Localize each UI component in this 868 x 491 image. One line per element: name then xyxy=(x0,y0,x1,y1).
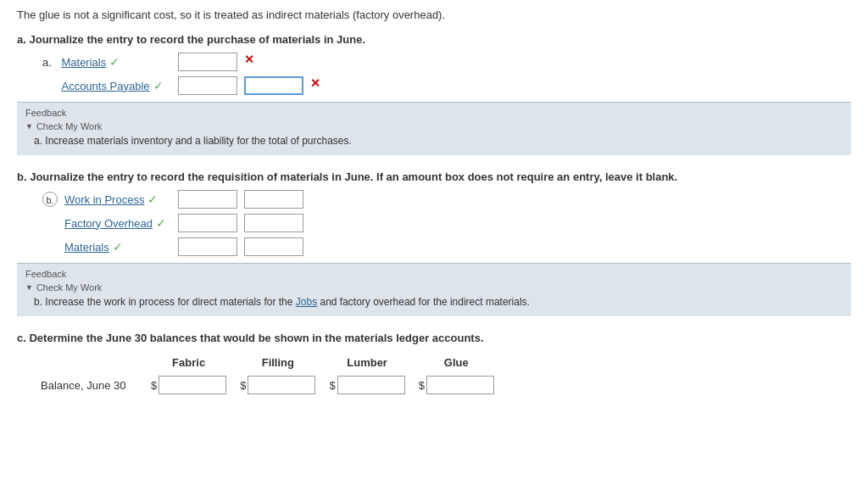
accounts-payable-link[interactable]: Accounts Payable xyxy=(61,80,149,92)
work-in-process-inputs xyxy=(178,190,307,209)
balance-filling-cell: $ xyxy=(233,372,322,398)
accounts-payable-x: ✕ xyxy=(310,76,320,95)
dollar-filling: $ xyxy=(240,379,246,392)
feedback-b-text: b. Increase the work in process for dire… xyxy=(34,296,843,308)
table-c: Fabric Filling Lumber Glue Balance, June… xyxy=(34,353,851,398)
b-marker: b. xyxy=(42,192,58,207)
factory-overhead-check: ✓ xyxy=(156,216,166,230)
dollar-lumber: $ xyxy=(329,379,335,392)
balance-row-label: Balance, June 30 xyxy=(34,372,144,398)
question-a-row-label: a. xyxy=(42,56,52,69)
balance-glue-cell: $ xyxy=(412,372,501,398)
work-in-process-link[interactable]: Work in Process xyxy=(64,193,144,206)
entry-label-factory-overhead: b. Factory Overhead ✓ xyxy=(42,215,178,231)
question-a-label: a. Journalize the entry to record the pu… xyxy=(17,33,851,46)
balance-lumber-input[interactable] xyxy=(337,376,405,394)
col-header-fabric: Fabric xyxy=(144,353,233,372)
feedback-b: Feedback Check My Work b. Increase the w… xyxy=(17,263,851,316)
check-my-work-b[interactable]: Check My Work xyxy=(25,282,843,293)
materials-a-inputs: ✕ xyxy=(178,53,254,71)
entry-label-materials-a: a. Materials ✓ xyxy=(42,55,178,69)
feedback-a-label: Feedback xyxy=(25,108,843,118)
work-in-process-input1[interactable] xyxy=(178,190,237,209)
materials-b-input2[interactable] xyxy=(244,237,303,256)
entry-label-materials-b: b. Materials ✓ xyxy=(42,239,178,254)
entry-row-work-in-process: b. Work in Process ✓ xyxy=(42,190,851,209)
materials-a-check: ✓ xyxy=(109,55,120,69)
balance-glue-input[interactable] xyxy=(426,376,494,394)
feedback-a: Feedback Check My Work a. Increase mater… xyxy=(17,102,851,155)
col-header-glue: Glue xyxy=(412,353,501,372)
balance-lumber-cell: $ xyxy=(322,372,411,398)
balance-row: Balance, June 30 $ $ xyxy=(34,372,501,398)
feedback-a-text: a. Increase materials inventory and a li… xyxy=(34,135,843,147)
materials-a-input1[interactable] xyxy=(178,53,237,71)
balance-fabric-input[interactable] xyxy=(159,376,226,394)
col-header-lumber: Lumber xyxy=(322,353,411,372)
dollar-fabric: $ xyxy=(151,379,157,392)
work-in-process-input2[interactable] xyxy=(244,190,303,209)
entry-row-materials-a: a. Materials ✓ ✕ xyxy=(42,53,851,71)
dollar-glue: $ xyxy=(419,379,425,392)
jobs-link[interactable]: Jobs xyxy=(296,296,317,308)
materials-b-input1[interactable] xyxy=(178,237,237,256)
col-header-empty xyxy=(34,353,144,372)
materials-b-inputs xyxy=(178,237,307,256)
question-a-text: Journalize the entry to record the purch… xyxy=(29,33,365,46)
question-b-block: b. Journalize the entry to record the re… xyxy=(17,170,851,316)
factory-overhead-link[interactable]: Factory Overhead xyxy=(64,217,153,230)
check-my-work-a[interactable]: Check My Work xyxy=(25,121,843,131)
question-a-block: a. Journalize the entry to record the pu… xyxy=(17,33,851,155)
question-b-text: Journalize the entry to record the requi… xyxy=(30,170,677,183)
col-header-filling: Filling xyxy=(233,353,322,372)
materials-a-link[interactable]: Materials xyxy=(61,56,106,69)
materials-a-x: ✕ xyxy=(244,53,254,71)
accounts-payable-check: ✓ xyxy=(153,79,164,92)
accounts-payable-inputs: ✕ xyxy=(178,76,320,95)
entry-label-accounts-payable: a. Accounts Payable ✓ xyxy=(42,79,178,92)
question-c-text: Determine the June 30 balances that woul… xyxy=(29,332,483,344)
question-b-label: b. Journalize the entry to record the re… xyxy=(17,170,851,183)
factory-overhead-input2[interactable] xyxy=(244,214,303,232)
materials-b-check: ✓ xyxy=(113,240,123,254)
entry-row-accounts-payable: a. Accounts Payable ✓ ✕ xyxy=(42,76,851,95)
entry-row-materials-b: b. Materials ✓ xyxy=(42,237,851,256)
question-c-letter: c. xyxy=(17,332,26,344)
work-in-process-check: ✓ xyxy=(147,192,158,206)
accounts-payable-input2[interactable] xyxy=(244,76,303,95)
factory-overhead-input1[interactable] xyxy=(178,214,237,232)
feedback-b-label: Feedback xyxy=(25,269,843,279)
question-b-letter: b. xyxy=(17,170,27,183)
entry-label-work-in-process: b. Work in Process ✓ xyxy=(42,192,178,207)
balance-filling-input[interactable] xyxy=(248,376,315,394)
entry-row-factory-overhead: b. Factory Overhead ✓ xyxy=(42,214,851,232)
question-c-label: c. Determine the June 30 balances that w… xyxy=(17,332,851,344)
question-c-block: c. Determine the June 30 balances that w… xyxy=(17,332,851,398)
accounts-payable-input1[interactable] xyxy=(178,76,237,95)
intro-text: The glue is not a significant cost, so i… xyxy=(17,8,851,21)
question-a-letter: a. xyxy=(17,33,26,46)
factory-overhead-inputs xyxy=(178,214,307,232)
balance-fabric-cell: $ xyxy=(144,372,233,398)
materials-b-link[interactable]: Materials xyxy=(64,241,109,254)
